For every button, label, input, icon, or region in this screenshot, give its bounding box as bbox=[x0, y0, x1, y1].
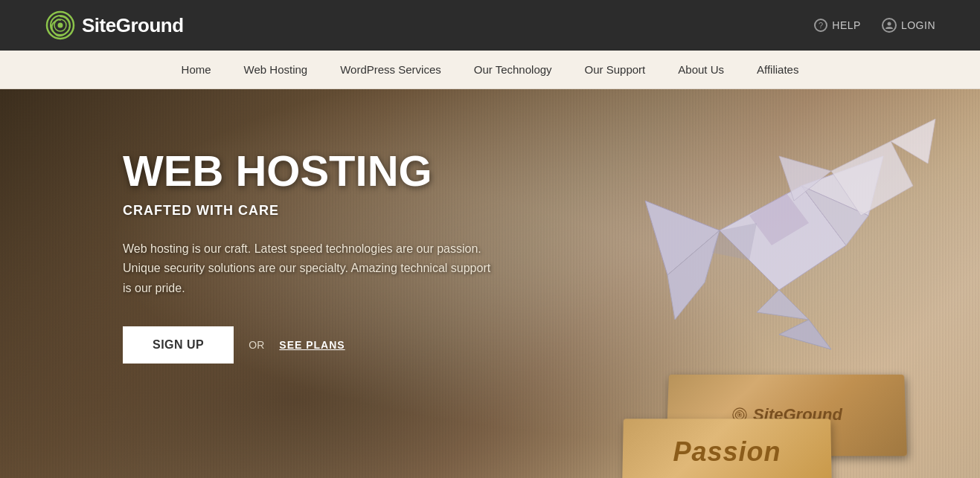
svg-marker-10 bbox=[779, 320, 831, 349]
help-link[interactable]: ? HELP bbox=[814, 19, 861, 32]
passion-block: Passio n bbox=[622, 419, 832, 478]
nav-item-affiliates[interactable]: Affiliates bbox=[740, 51, 815, 89]
login-link[interactable]: LOGIN bbox=[882, 18, 935, 33]
hero-subtitle: CRAFTED WITH CARE bbox=[123, 203, 502, 219]
nav-item-our-technology[interactable]: Our Technology bbox=[458, 51, 569, 89]
nav-item-about-us[interactable]: About Us bbox=[662, 51, 740, 89]
nav-label-affiliates: Affiliates bbox=[757, 63, 798, 76]
crane-decoration bbox=[571, 97, 943, 409]
help-label: HELP bbox=[832, 19, 861, 31]
nav-label-our-technology: Our Technology bbox=[474, 63, 552, 76]
help-icon: ? bbox=[814, 19, 827, 32]
user-icon bbox=[882, 18, 897, 33]
hero-title: WEB HOSTING bbox=[123, 149, 502, 194]
hero-description: Web hosting is our craft. Latest speed t… bbox=[123, 239, 502, 298]
nav-label-about-us: About Us bbox=[678, 63, 724, 76]
topbar-right: ? HELP LOGIN bbox=[814, 18, 935, 33]
siteground-logo-icon bbox=[45, 10, 76, 41]
nav-item-wordpress-services[interactable]: WordPress Services bbox=[324, 51, 458, 89]
hero-content: WEB HOSTING CRAFTED WITH CARE Web hostin… bbox=[123, 149, 502, 364]
svg-marker-9 bbox=[757, 290, 809, 320]
navbar: Home Web Hosting WordPress Services Our … bbox=[0, 51, 980, 89]
hero-section: SiteGround Passio n WEB HOSTING CRAFTED … bbox=[0, 89, 980, 478]
nav-label-wordpress-services: WordPress Services bbox=[340, 63, 441, 76]
hero-actions: SIGN UP OR SEE PLANS bbox=[123, 326, 502, 364]
nav-item-our-support[interactable]: Our Support bbox=[569, 51, 662, 89]
svg-point-3 bbox=[58, 23, 63, 28]
passion-text-continuation: n bbox=[763, 436, 781, 468]
logo[interactable]: SiteGround bbox=[45, 10, 184, 41]
nav-label-our-support: Our Support bbox=[585, 63, 646, 76]
nav-label-web-hosting: Web Hosting bbox=[244, 63, 308, 76]
nav-label-home: Home bbox=[182, 63, 211, 76]
svg-point-4 bbox=[887, 22, 891, 26]
logo-text: SiteGround bbox=[82, 14, 184, 37]
topbar: SiteGround ? HELP LOGIN bbox=[0, 0, 980, 51]
svg-point-20 bbox=[739, 414, 741, 416]
or-separator: OR bbox=[249, 339, 264, 351]
login-label: LOGIN bbox=[901, 19, 935, 31]
see-plans-link[interactable]: SEE PLANS bbox=[279, 339, 345, 351]
svg-marker-13 bbox=[712, 223, 757, 260]
nav-item-web-hosting[interactable]: Web Hosting bbox=[228, 51, 324, 89]
nav-item-home[interactable]: Home bbox=[165, 51, 228, 89]
passion-text: Passio bbox=[673, 436, 763, 468]
signup-button[interactable]: SIGN UP bbox=[123, 326, 234, 364]
